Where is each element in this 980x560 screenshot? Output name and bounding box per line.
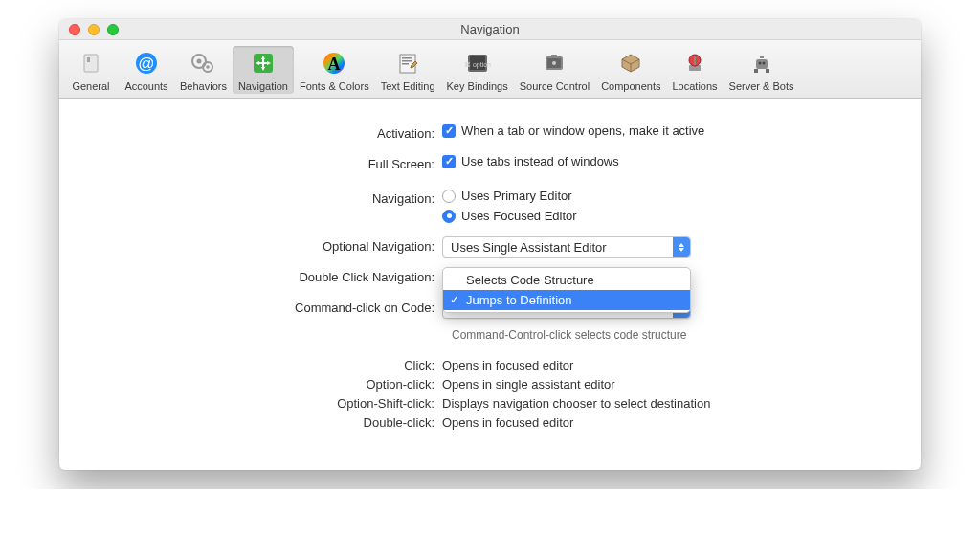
svg-text:⌘ option: ⌘ option: [464, 61, 491, 69]
tab-label: Source Control: [520, 80, 590, 92]
svg-rect-28: [754, 69, 758, 73]
tab-navigation[interactable]: Navigation: [233, 46, 294, 94]
svg-text:@: @: [138, 55, 154, 73]
svg-point-27: [762, 62, 765, 65]
content-pane: Activation: ✓ When a tab or window opens…: [59, 99, 921, 470]
svg-rect-13: [402, 60, 412, 62]
svg-rect-14: [402, 63, 409, 65]
help-option-shift-click-value: Displays navigation chooser to select de…: [442, 393, 882, 411]
preferences-window: Navigation General @ Accounts Behaviors …: [59, 19, 921, 470]
navigation-radio-primary-label: Uses Primary Editor: [461, 189, 572, 203]
svg-rect-29: [766, 69, 769, 73]
source-control-icon: [539, 48, 569, 78]
text-editing-icon: [392, 48, 423, 78]
optional-nav-value: Uses Single Assistant Editor: [451, 240, 607, 255]
tab-label: Key Bindings: [447, 80, 508, 92]
help-double-click-value: Opens in focused editor: [442, 413, 882, 430]
command-click-label: Command-click on Code:: [98, 298, 442, 315]
tab-text-editing[interactable]: Text Editing: [375, 46, 441, 94]
tab-label: Behaviors: [180, 80, 227, 92]
svg-point-26: [758, 62, 761, 65]
help-click-label: Click:: [98, 355, 442, 372]
double-click-nav-label: Double Click Navigation:: [98, 267, 442, 284]
server-bots-icon: [746, 48, 777, 78]
tab-fonts-colors[interactable]: A Fonts & Colors: [294, 46, 375, 94]
key-bindings-icon: ⌘ option: [462, 48, 493, 78]
navigation-icon: [248, 48, 278, 78]
components-icon: [615, 48, 646, 78]
tab-general[interactable]: General: [63, 46, 119, 94]
tab-label: Fonts & Colors: [300, 80, 369, 92]
svg-rect-20: [551, 55, 557, 58]
svg-rect-1: [87, 57, 90, 62]
help-option-click-value: Opens in single assistant editor: [442, 374, 882, 392]
tab-source-control[interactable]: Source Control: [514, 46, 595, 94]
help-section: Click: Opens in focused editor Option-cl…: [98, 355, 882, 430]
command-click-footnote: Command-Control-click selects code struc…: [98, 328, 882, 342]
tab-label: General: [72, 80, 109, 92]
behaviors-icon: [188, 48, 218, 78]
tab-key-bindings[interactable]: ⌘ option Key Bindings: [441, 46, 514, 94]
help-option-shift-click-label: Option-Shift-click:: [98, 393, 442, 411]
traffic-lights: [59, 24, 119, 35]
svg-rect-0: [84, 55, 98, 72]
accounts-icon: @: [131, 48, 162, 78]
locations-icon: [679, 48, 710, 78]
tab-label: Accounts: [124, 80, 167, 92]
minimize-button[interactable]: [88, 24, 100, 35]
tab-label: Locations: [673, 80, 718, 92]
close-button[interactable]: [69, 24, 80, 35]
svg-rect-25: [756, 59, 768, 69]
svg-point-5: [197, 59, 202, 64]
fonts-colors-icon: A: [319, 48, 349, 78]
general-icon: [76, 48, 106, 78]
svg-point-7: [207, 65, 211, 69]
svg-rect-24: [694, 56, 696, 65]
fullscreen-checkbox-label: Use tabs instead of windows: [461, 154, 619, 168]
command-click-dropdown-menu: Selects Code Structure Jumps to Definiti…: [442, 267, 691, 313]
dropdown-option-selects-code-structure[interactable]: Selects Code Structure: [443, 270, 690, 290]
fullscreen-checkbox[interactable]: ✓: [442, 155, 456, 168]
tab-components[interactable]: Components: [595, 46, 666, 94]
navigation-radio-focused-label: Uses Focused Editor: [461, 209, 577, 223]
tab-locations[interactable]: Locations: [667, 46, 724, 94]
tab-behaviors[interactable]: Behaviors: [174, 46, 233, 94]
navigation-radio-primary[interactable]: [442, 190, 456, 203]
zoom-button[interactable]: [107, 24, 119, 35]
activation-checkbox[interactable]: ✓: [442, 124, 456, 138]
tab-accounts[interactable]: @ Accounts: [119, 46, 174, 94]
navigation-label: Navigation:: [98, 189, 442, 206]
navigation-radio-focused[interactable]: [442, 210, 456, 223]
optional-nav-select[interactable]: Uses Single Assistant Editor: [442, 236, 691, 258]
titlebar: Navigation: [59, 19, 921, 40]
help-click-value: Opens in focused editor: [442, 355, 882, 372]
select-caret-icon: [673, 237, 690, 257]
tab-label: Components: [601, 80, 660, 92]
fullscreen-label: Full Screen:: [98, 154, 442, 171]
tab-label: Server & Bots: [729, 80, 794, 92]
svg-rect-30: [760, 56, 764, 58]
activation-label: Activation:: [98, 123, 442, 141]
help-double-click-label: Double-click:: [98, 413, 442, 430]
help-option-click-label: Option-click:: [98, 374, 442, 392]
optional-nav-label: Optional Navigation:: [98, 236, 442, 254]
dropdown-option-jumps-to-definition[interactable]: Jumps to Definition: [443, 290, 690, 310]
svg-text:A: A: [328, 55, 341, 74]
window-title: Navigation: [59, 22, 921, 36]
activation-checkbox-label: When a tab or window opens, make it acti…: [461, 123, 704, 138]
svg-point-21: [552, 61, 556, 65]
tab-server-bots[interactable]: Server & Bots: [724, 46, 800, 94]
tab-label: Text Editing: [381, 80, 435, 92]
toolbar: General @ Accounts Behaviors Navigation …: [59, 40, 921, 99]
tab-label: Navigation: [238, 80, 288, 92]
svg-rect-12: [402, 57, 412, 59]
